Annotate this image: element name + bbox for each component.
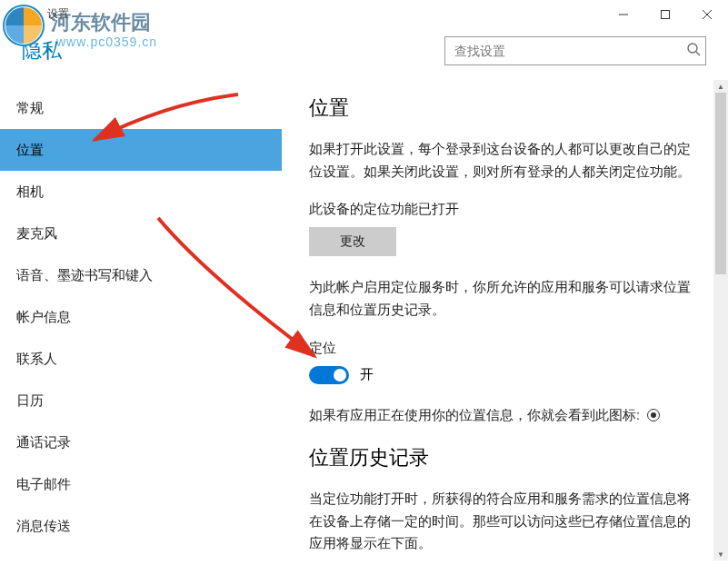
sidebar-item-label: 无线电收发器 — [16, 560, 98, 561]
sidebar-item-radio[interactable]: 无线电收发器 — [0, 547, 282, 560]
sidebar-item-label: 日历 — [16, 392, 44, 410]
watermark-url: www.pc0359.cn — [56, 35, 157, 49]
watermark-site-name: 河东软件园 — [51, 9, 151, 36]
content: 常规 位置 相机 麦克风 语音、墨迹书写和键入 帐户信息 联系人 日历 通话记录… — [0, 80, 728, 560]
location-toggle[interactable] — [309, 366, 349, 384]
svg-rect-2 — [662, 10, 670, 18]
device-location-status: 此设备的定位功能已打开 — [309, 201, 703, 218]
sidebar-item-calendar[interactable]: 日历 — [0, 380, 282, 421]
toggle-knob — [334, 369, 346, 382]
sidebar-item-label: 语音、墨迹书写和键入 — [16, 267, 153, 284]
sidebar-item-label: 电子邮件 — [16, 476, 71, 493]
svg-line-6 — [696, 52, 700, 55]
sidebar-item-label: 帐户信息 — [16, 309, 71, 326]
sidebar-item-camera[interactable]: 相机 — [0, 171, 282, 213]
change-button[interactable]: 更改 — [309, 227, 396, 256]
scroll-down-arrow-icon[interactable]: ▼ — [713, 548, 728, 560]
sidebar-item-speech-ink-typing[interactable]: 语音、墨迹书写和键入 — [0, 254, 282, 296]
location-indicator-icon — [647, 409, 660, 421]
maximize-button[interactable] — [644, 0, 686, 29]
window-controls — [603, 0, 728, 29]
location-indicator-text: 如果有应用正在使用你的位置信息，你就会看到此图标: — [309, 404, 703, 427]
sidebar-item-account-info[interactable]: 帐户信息 — [0, 296, 282, 338]
sidebar-item-label: 麦克风 — [16, 225, 57, 243]
watermark-logo-icon — [2, 4, 45, 47]
scrollbar-thumb[interactable] — [715, 93, 726, 274]
section-title-history: 位置历史记录 — [309, 444, 703, 471]
close-button[interactable] — [686, 0, 728, 29]
main-panel: 位置 如果打开此设置，每个登录到这台设备的人都可以更改自己的定位设置。如果关闭此… — [282, 80, 728, 560]
location-description-1: 如果打开此设置，每个登录到这台设备的人都可以更改自己的定位设置。如果关闭此设置，… — [309, 138, 703, 183]
section-title-location: 位置 — [309, 94, 703, 122]
sidebar-item-general[interactable]: 常规 — [0, 87, 282, 129]
sidebar-item-label: 消息传送 — [16, 518, 71, 535]
main-scrollbar[interactable]: ▲ ▼ — [713, 80, 728, 560]
minimize-button[interactable] — [603, 0, 644, 29]
sidebar-item-label: 常规 — [16, 100, 44, 117]
location-description-2: 为此帐户启用定位服务时，你所允许的应用和服务可以请求位置信息和位置历史记录。 — [309, 276, 703, 321]
sidebar-item-email[interactable]: 电子邮件 — [0, 463, 282, 505]
search-input[interactable] — [444, 36, 706, 65]
history-description: 当定位功能打开时，所获得的符合应用和服务需求的位置信息将在设备上存储一定的时间。… — [309, 488, 703, 555]
sidebar-item-label: 联系人 — [16, 351, 57, 368]
toggle-state-label: 开 — [360, 366, 374, 383]
sidebar-item-location[interactable]: 位置 — [0, 129, 282, 171]
sidebar-item-call-history[interactable]: 通话记录 — [0, 421, 282, 463]
sidebar-item-label: 位置 — [16, 142, 44, 159]
sidebar-item-contacts[interactable]: 联系人 — [0, 338, 282, 380]
sidebar-item-label: 相机 — [16, 183, 44, 201]
sidebar-item-microphone[interactable]: 麦克风 — [0, 213, 282, 254]
toggle-group-label: 定位 — [309, 340, 703, 357]
scroll-up-arrow-icon[interactable]: ▲ — [713, 80, 728, 93]
sidebar-item-messaging[interactable]: 消息传送 — [0, 505, 282, 547]
svg-point-5 — [688, 44, 697, 53]
sidebar: 常规 位置 相机 麦克风 语音、墨迹书写和键入 帐户信息 联系人 日历 通话记录… — [0, 80, 282, 560]
search-icon[interactable] — [686, 42, 701, 60]
sidebar-item-label: 通话记录 — [16, 434, 71, 451]
